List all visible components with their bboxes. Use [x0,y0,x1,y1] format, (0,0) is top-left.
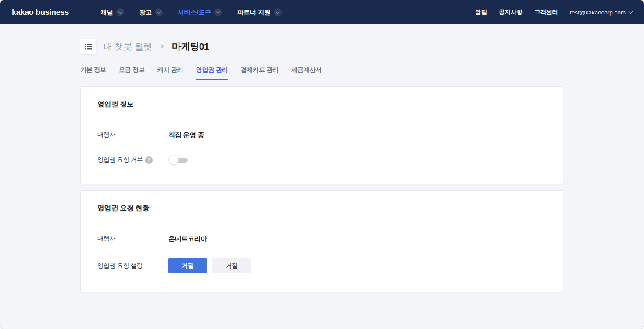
chevron-down-icon [155,8,163,16]
nav-item-label: 파트너 지원 [237,8,271,17]
agency-value: 직접 운영 중 [168,131,204,139]
page-title: 마케팅01 [172,40,209,53]
request-setting-row: 영업권 요청 설정 거절 거절 [97,258,546,273]
reject-button-secondary[interactable]: 거절 [212,258,251,273]
wallet-list-button[interactable] [80,39,96,54]
help-center-link[interactable]: 고객센터 [534,8,558,16]
business-rights-info-card: 영업권 정보 대행사 직접 운영 중 영업권 요청 거부 ? [80,86,563,184]
kakao-business-logo[interactable]: kakao business [12,8,69,17]
row-label: 대행사 [97,131,115,139]
chevron-down-icon [629,9,633,14]
tab-business-rights[interactable]: 영업권 관리 [196,66,228,80]
tab-cash-management[interactable]: 캐시 관리 [157,66,183,80]
breadcrumb: 내 챗봇 월렛 > 마케팅01 [80,39,563,54]
chevron-down-icon [274,8,282,16]
card-title: 영업권 요청 현황 [97,204,546,212]
main-nav: 채널 광고 서비스/도구 파트너 지원 [100,8,282,17]
business-rights-request-card: 영업권 요청 현황 대행사 온네트코리아 영업권 요청 설정 거절 거절 [80,190,563,292]
row-label: 대행사 [97,235,115,243]
agency-row: 대행사 직접 운영 중 [97,130,546,140]
reject-button-primary[interactable]: 거절 [168,258,207,273]
request-setting-buttons: 거절 거절 [168,258,251,273]
divider [97,115,546,115]
nav-item-label: 광고 [139,8,152,17]
breadcrumb-parent[interactable]: 내 챗봇 월렛 [104,41,152,53]
notifications-link[interactable]: 알림 [475,8,487,16]
topbar-utility: 알림 공지사항 고객센터 test@kakaocorp.com [475,8,632,16]
nav-item-partner-support[interactable]: 파트너 지원 [237,8,282,17]
nav-item-channel[interactable]: 채널 [100,8,124,17]
agency-value: 온네트코리아 [168,235,207,243]
tab-tax-invoice[interactable]: 세금계산서 [291,66,322,80]
tab-bar: 기본 정보 요금 정보 캐시 관리 영업권 관리 결제카드 관리 세금계산서 [80,66,563,80]
list-icon [85,43,92,50]
main-content: 내 챗봇 월렛 > 마케팅01 기본 정보 요금 정보 캐시 관리 영업권 관리… [0,24,644,329]
nav-item-services-tools[interactable]: 서비스/도구 [178,8,222,17]
help-icon[interactable]: ? [145,156,153,164]
tab-payment-card[interactable]: 결제카드 관리 [240,66,279,80]
account-email: test@kakaocorp.com [570,9,626,16]
nav-item-ads[interactable]: 광고 [139,8,163,17]
chevron-down-icon [116,8,124,16]
app-window: kakao business 채널 광고 서비스/도구 파트너 지원 알림 공지… [0,0,644,329]
breadcrumb-separator: > [161,42,164,51]
request-block-toggle[interactable] [168,155,189,165]
chevron-down-icon [214,8,222,16]
tab-basic-info[interactable]: 기본 정보 [80,66,106,80]
row-label: 영업권 요청 설정 [97,262,143,270]
divider [97,219,546,219]
nav-item-label: 채널 [100,8,113,17]
request-block-row: 영업권 요청 거부 ? [97,155,546,165]
row-label: 영업권 요청 거부 [97,156,143,164]
agency-row: 대행사 온네트코리아 [97,234,546,244]
nav-item-label: 서비스/도구 [178,8,211,17]
notices-link[interactable]: 공지사항 [499,8,522,16]
topbar: kakao business 채널 광고 서비스/도구 파트너 지원 알림 공지… [0,0,644,24]
card-title: 영업권 정보 [97,100,546,109]
account-menu[interactable]: test@kakaocorp.com [570,9,632,16]
tab-pricing-info[interactable]: 요금 정보 [119,66,145,80]
toggle-knob [168,155,179,165]
